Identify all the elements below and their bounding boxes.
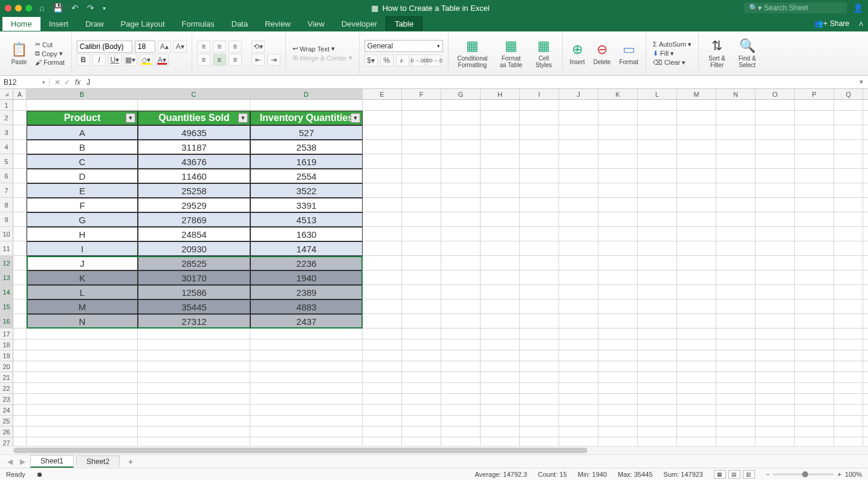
paste-button[interactable]: 📋Paste (8, 41, 30, 67)
orientation-button[interactable]: ⟲▾ (251, 41, 265, 53)
cancel-formula-icon[interactable]: ✕ (54, 78, 60, 87)
row-header-9[interactable]: 9 (0, 212, 13, 227)
table-cell[interactable]: 1940 (250, 270, 363, 285)
find-select-button[interactable]: 🔍Find & Select (734, 33, 760, 73)
number-format-select[interactable]: General▾ (364, 40, 443, 52)
align-left-button[interactable]: ≡ (197, 54, 210, 66)
row-header-19[interactable]: 19 (0, 350, 13, 361)
row-header-26[interactable]: 26 (0, 427, 13, 437)
col-header-Q[interactable]: Q (834, 89, 863, 99)
decrease-indent-button[interactable]: ⇤ (251, 54, 265, 66)
table-cell[interactable]: D (27, 169, 138, 183)
table-cell[interactable]: 24854 (138, 227, 250, 241)
table-cell[interactable]: 27312 (138, 314, 250, 329)
row-header-10[interactable]: 10 (0, 227, 13, 241)
align-bottom-button[interactable]: ≡ (228, 41, 242, 53)
align-middle-button[interactable]: ≡ (213, 41, 226, 53)
tab-developer[interactable]: Developer (333, 17, 386, 31)
conditional-formatting-button[interactable]: ▦Conditional Formatting (453, 33, 492, 73)
enter-formula-icon[interactable]: ✓ (64, 78, 70, 87)
col-header-M[interactable]: M (677, 89, 716, 99)
table-cell[interactable]: G (27, 212, 138, 227)
zoom-out-button[interactable]: − (766, 471, 769, 478)
share-button[interactable]: 👥+Share (814, 19, 854, 28)
filter-button[interactable]: ▼ (126, 113, 135, 123)
font-size-input[interactable] (135, 41, 155, 53)
col-header-N[interactable]: N (716, 89, 756, 99)
table-cell[interactable]: 2538 (250, 140, 363, 154)
table-cell[interactable]: L (27, 285, 138, 299)
increase-indent-button[interactable]: ⇥ (267, 54, 280, 66)
row-header-22[interactable]: 22 (0, 383, 13, 394)
format-button[interactable]: ▭Format (617, 33, 641, 73)
clear-button[interactable]: ⌫Clear ▾ (651, 58, 693, 67)
row-header-11[interactable]: 11 (0, 241, 13, 256)
tab-view[interactable]: View (299, 17, 333, 31)
zoom-in-button[interactable]: + (837, 471, 841, 478)
name-box[interactable]: B12▾ (0, 78, 50, 87)
font-name-input[interactable] (77, 41, 132, 53)
table-cell[interactable]: 1474 (250, 241, 363, 256)
row-header-27[interactable]: 27 (0, 437, 13, 446)
insert-button[interactable]: ⊕Insert (568, 33, 588, 73)
save-icon[interactable]: 💾 (53, 3, 63, 13)
col-header-B[interactable]: B (27, 89, 138, 99)
row-header-14[interactable]: 14 (0, 285, 13, 299)
currency-button[interactable]: $▾ (364, 54, 378, 67)
table-cell[interactable]: M (27, 299, 138, 314)
tab-draw[interactable]: Draw (77, 17, 112, 31)
table-cell[interactable]: H (27, 227, 138, 241)
format-as-table-button[interactable]: ▦Format as Table (496, 33, 527, 73)
row-header-12[interactable]: 12 (0, 256, 13, 270)
row-header-13[interactable]: 13 (0, 270, 13, 285)
minimize-window[interactable] (15, 5, 22, 11)
sheet-nav-prev[interactable]: ◀ (5, 457, 15, 466)
qat-customize-icon[interactable]: ▾ (103, 5, 106, 11)
table-cell[interactable]: 2554 (250, 169, 363, 183)
underline-button[interactable]: U▾ (108, 54, 121, 66)
increase-font-button[interactable]: A▴ (158, 41, 171, 53)
comma-button[interactable]: ⱶ (396, 54, 409, 67)
row-header-4[interactable]: 4 (0, 140, 13, 154)
row-header-1[interactable]: 1 (0, 100, 13, 111)
tab-page-layout[interactable]: Page Layout (112, 17, 173, 31)
table-cell[interactable]: 3522 (250, 183, 363, 198)
table-cell[interactable]: 31187 (138, 140, 250, 154)
sheet-tab-1[interactable]: Sheet1 (30, 455, 74, 468)
col-header-P[interactable]: P (795, 89, 834, 99)
table-header-0[interactable]: Product▼ (27, 111, 138, 125)
tab-review[interactable]: Review (256, 17, 299, 31)
col-header-D[interactable]: D (250, 89, 363, 99)
decrease-font-button[interactable]: A▾ (173, 41, 187, 53)
row-header-3[interactable]: 3 (0, 125, 13, 140)
home-icon[interactable]: ⌂ (39, 3, 44, 13)
col-header-F[interactable]: F (402, 89, 441, 99)
table-cell[interactable]: A (27, 125, 138, 140)
table-cell[interactable]: K (27, 270, 138, 285)
col-header-H[interactable]: H (481, 89, 520, 99)
tab-data[interactable]: Data (223, 17, 256, 31)
add-sheet-button[interactable]: + (122, 457, 139, 466)
align-top-button[interactable]: ≡ (197, 41, 210, 53)
table-cell[interactable]: 12586 (138, 285, 250, 299)
tab-table[interactable]: Table (386, 16, 423, 31)
undo-icon[interactable]: ↶ (71, 3, 79, 13)
expand-formula-bar[interactable]: ▼ (855, 79, 868, 85)
row-header-24[interactable]: 24 (0, 405, 13, 416)
normal-view-button[interactable]: ▦ (714, 470, 726, 479)
decrease-decimal-button[interactable]: .00→.0 (427, 54, 441, 67)
zoom-slider[interactable] (773, 473, 834, 476)
spreadsheet-grid[interactable]: 1234567891011121314151617181920212223242… (0, 100, 868, 446)
col-header-J[interactable]: J (559, 89, 598, 99)
col-header-E[interactable]: E (363, 89, 402, 99)
select-all-corner[interactable]: ◢ (0, 89, 13, 99)
macro-record-icon[interactable]: ⏺ (36, 471, 43, 478)
wrap-text-button[interactable]: ↩Wrap Text ▾ (291, 44, 354, 53)
table-cell[interactable]: 1630 (250, 227, 363, 241)
table-cell[interactable]: 11460 (138, 169, 250, 183)
col-header-C[interactable]: C (138, 89, 250, 99)
italic-button[interactable]: I (92, 54, 106, 66)
row-header-2[interactable]: 2 (0, 111, 13, 125)
font-color-button[interactable]: A▾ (155, 54, 169, 66)
percent-button[interactable]: % (380, 54, 394, 67)
